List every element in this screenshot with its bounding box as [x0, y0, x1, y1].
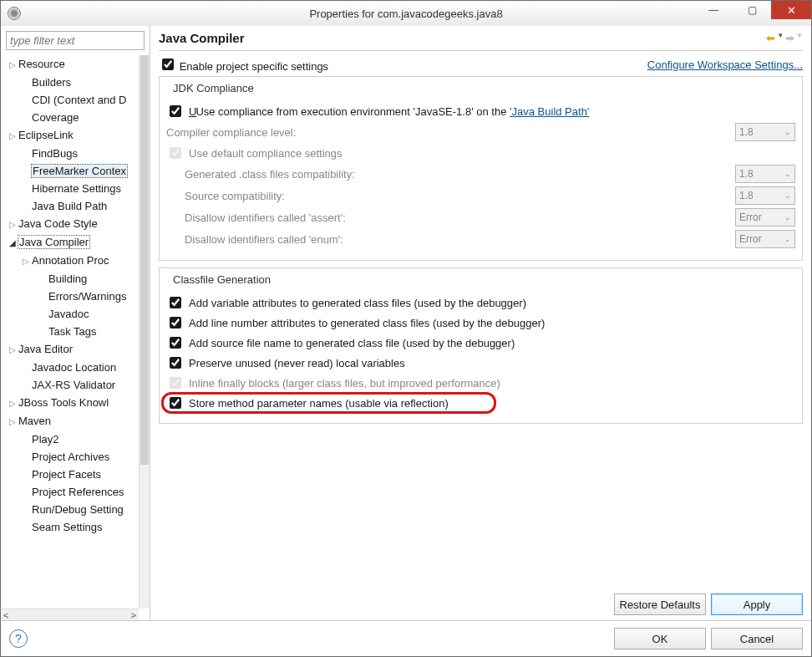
tree-label: Seam Settings [31, 521, 104, 533]
tree-node[interactable]: ▷EclipseLink [3, 126, 139, 145]
eclipse-icon [8, 7, 21, 20]
tree-node[interactable]: ▷Annotation Proc [3, 252, 139, 270]
tree-node[interactable]: Task Tags [3, 323, 139, 340]
tree-node[interactable]: ▷Java Editor [3, 340, 139, 359]
use-execution-env-checkbox[interactable] [170, 105, 181, 117]
filter-input[interactable] [6, 31, 145, 50]
use-default-compliance: Use default compliance settings [166, 145, 343, 161]
tree-node[interactable]: ◢Java Compiler [3, 233, 139, 252]
tree-label: Javadoc [48, 308, 89, 320]
tree-label: JBoss Tools Knowl [18, 396, 109, 409]
store-method-parameter-names[interactable]: Store method parameter names (usable via… [166, 395, 449, 411]
properties-dialog: Properties for com.javacodegeeks.java8 —… [0, 0, 812, 657]
source-compat-label: Source compatibility: [166, 190, 735, 202]
jdk-group-title: JDK Compliance [170, 82, 257, 94]
tree-label: Project Archives [31, 451, 110, 463]
tree-node[interactable]: ▷Java Code Style [3, 215, 139, 233]
tree-node[interactable]: Builders [3, 74, 139, 91]
tree-node[interactable]: ▷JBoss Tools Knowl [3, 394, 139, 412]
titlebar[interactable]: Properties for com.javacodegeeks.java8 —… [1, 1, 811, 26]
tree-node[interactable]: FindBugs [3, 145, 139, 162]
minimize-button[interactable]: — [694, 1, 733, 19]
sidebar: ▷ResourceBuildersCDI (Context and DCover… [1, 26, 150, 620]
add-line-numbers[interactable]: Add line number attributes to generated … [166, 314, 545, 331]
tree-label: Coverage [31, 111, 79, 124]
tree-node[interactable]: Building [3, 270, 139, 288]
expand-icon[interactable]: ▷ [8, 127, 18, 145]
inline-finally-blocks: Inline finally blocks (larger class file… [166, 374, 500, 391]
disallow-assert-combo: Error⌄ [735, 208, 795, 227]
preserve-unused-locals[interactable]: Preserve unused (never read) local varia… [166, 354, 405, 371]
tree-label: Errors/Warnings [48, 290, 127, 303]
help-icon[interactable]: ? [9, 629, 28, 648]
use-default-compliance-checkbox [170, 147, 181, 159]
expand-icon[interactable]: ◢ [8, 234, 18, 252]
tree-label: Task Tags [48, 325, 98, 338]
use-execution-env[interactable]: UUse compliance from execution environme… [166, 103, 589, 120]
tree-node[interactable]: Errors/Warnings [3, 288, 139, 305]
expand-icon[interactable]: ▷ [21, 252, 31, 270]
java-build-path-link[interactable]: 'Java Build Path' [510, 105, 589, 118]
expand-icon[interactable]: ▷ [8, 216, 18, 233]
expand-icon[interactable]: ▷ [8, 395, 18, 412]
tree-label: Project References [31, 486, 125, 498]
page-title: Java Compiler [159, 31, 245, 45]
enable-project-settings-checkbox[interactable] [162, 59, 174, 70]
expand-icon[interactable]: ▷ [8, 413, 18, 430]
tree-label: Play2 [31, 433, 60, 446]
configure-workspace-link[interactable]: Configure Workspace Settings... [647, 59, 803, 71]
ok-button[interactable]: OK [614, 628, 706, 649]
maximize-button[interactable]: ▢ [733, 1, 771, 19]
forward-icon: ➡ [785, 32, 794, 44]
tree-node[interactable]: Javadoc Location [3, 359, 139, 376]
scroll-thumb[interactable] [140, 55, 149, 465]
tree-node[interactable]: Run/Debug Setting [3, 501, 139, 518]
tree-label: Java Compiler [18, 235, 90, 249]
expand-icon[interactable]: ▷ [8, 341, 18, 359]
tree-node[interactable]: Play2 [3, 430, 139, 448]
tree-label: JAX-RS Validator [31, 379, 116, 391]
tree-node[interactable]: Seam Settings [3, 518, 139, 536]
tree-scrollbar-vertical[interactable] [139, 55, 150, 609]
tree-node[interactable]: JAX-RS Validator [3, 376, 139, 394]
generated-class-compat-combo: 1.8⌄ [735, 165, 795, 183]
tree-node[interactable]: Javadoc [3, 305, 139, 323]
expand-icon[interactable]: ▷ [8, 56, 18, 74]
enable-project-settings[interactable]: Enable project specific settings [159, 56, 328, 73]
tree-node[interactable]: ▷Resource [3, 55, 139, 74]
tree-node[interactable]: FreeMarker Contex [3, 162, 139, 180]
dialog-body: ▷ResourceBuildersCDI (Context and DCover… [1, 26, 811, 620]
tree-label: Run/Debug Setting [31, 503, 124, 516]
add-variable-attributes[interactable]: Add variable attributes to generated cla… [166, 294, 526, 311]
tree-node[interactable]: ▷Maven [3, 412, 139, 430]
tree-label: Java Build Path [31, 200, 108, 212]
back-icon[interactable]: ⬅ [766, 32, 775, 44]
apply-button[interactable]: Apply [711, 593, 803, 615]
source-compat-combo: 1.8⌄ [735, 186, 795, 205]
tree-label: CDI (Context and D [31, 94, 127, 106]
tree-label: Maven [18, 415, 52, 427]
tree-node[interactable]: Project Archives [3, 448, 139, 466]
tree-node[interactable]: Hibernate Settings [3, 180, 139, 197]
close-button[interactable]: ✕ [771, 1, 811, 19]
tree-node[interactable]: Java Build Path [3, 197, 139, 215]
classfile-group-title: Classfile Generation [170, 273, 274, 286]
window-title: Properties for com.javacodegeeks.java8 [309, 8, 502, 20]
tree-label: Java Editor [18, 343, 74, 355]
tree-label: FreeMarker Contex [31, 164, 128, 178]
tree-node[interactable]: Project References [3, 483, 139, 501]
cancel-button[interactable]: Cancel [711, 628, 803, 649]
generated-class-compat-label: Generated .class files compatibility: [166, 168, 735, 181]
restore-defaults-button[interactable]: Restore Defaults [614, 593, 706, 615]
tree-node[interactable]: Coverage [3, 109, 139, 126]
tree-label: Building [48, 272, 88, 285]
nav-arrows: ⬅▼ ➡▼ [766, 32, 803, 44]
main-panel: Java Compiler ⬅▼ ➡▼ Enable project speci… [150, 26, 811, 620]
jdk-compliance-group: JDK Compliance UUse compliance from exec… [159, 76, 803, 261]
tree-node[interactable]: CDI (Context and D [3, 91, 139, 109]
add-source-filename[interactable]: Add source file name to generated class … [166, 334, 515, 351]
tree-node[interactable]: Project Facets [3, 466, 139, 483]
tree-scrollbar-horizontal[interactable]: <> [1, 609, 139, 620]
window-buttons: — ▢ ✕ [694, 1, 811, 26]
tree-label: Project Facets [31, 468, 102, 481]
